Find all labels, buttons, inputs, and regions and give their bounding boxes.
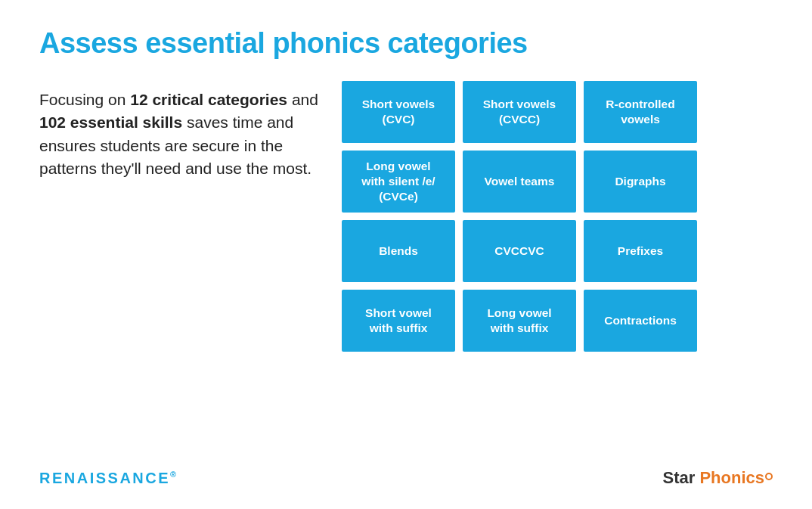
cell-long-vowel-silent-e: Long vowelwith silent /e/(CVCe): [342, 151, 455, 213]
grid-row-4: Short vowelwith suffix Long vowelwith su…: [342, 290, 773, 352]
phonics-text: Phonics: [699, 468, 773, 487]
star-phonics-logo: Star Phonics: [663, 468, 773, 488]
renaissance-registered: ®: [170, 470, 178, 479]
phonics-circle-icon: [765, 473, 773, 480]
cell-r-controlled-vowels: R-controlledvowels: [584, 81, 697, 143]
renaissance-text: RENAISSANCE: [39, 470, 170, 486]
grid-row-1: Short vowels(CVC) Short vowels(CVCC) R-c…: [342, 81, 773, 143]
description-text: Focusing on 12 critical categories and 1…: [39, 81, 327, 181]
cell-digraphs: Digraphs: [584, 151, 697, 213]
cell-short-vowel-suffix: Short vowelwith suffix: [342, 290, 455, 352]
cell-contractions: Contractions: [584, 290, 697, 352]
cell-vowel-teams: Vowel teams: [463, 151, 576, 213]
cell-blends: Blends: [342, 220, 455, 282]
cell-short-vowels-cvc: Short vowels(CVC): [342, 81, 455, 143]
grid-row-2: Long vowelwith silent /e/(CVCe) Vowel te…: [342, 151, 773, 213]
cell-prefixes: Prefixes: [584, 220, 697, 282]
cell-cvccvc: CVCCVC: [463, 220, 576, 282]
star-text: Star: [663, 468, 696, 487]
critical-categories-bold: 12 critical categories: [130, 91, 287, 108]
page-title: Assess essential phonics categories: [39, 27, 773, 60]
content-row: Focusing on 12 critical categories and 1…: [39, 81, 773, 448]
footer: RENAISSANCE® Star Phonics: [39, 464, 773, 488]
cell-long-vowel-suffix: Long vowelwith suffix: [463, 290, 576, 352]
categories-grid: Short vowels(CVC) Short vowels(CVCC) R-c…: [327, 81, 773, 352]
renaissance-logo: RENAISSANCE®: [39, 470, 178, 487]
cell-short-vowels-cvcc: Short vowels(CVCC): [463, 81, 576, 143]
page: Assess essential phonics categories Focu…: [0, 0, 812, 509]
grid-row-3: Blends CVCCVC Prefixes: [342, 220, 773, 282]
essential-skills-bold: 102 essential skills: [39, 113, 182, 131]
